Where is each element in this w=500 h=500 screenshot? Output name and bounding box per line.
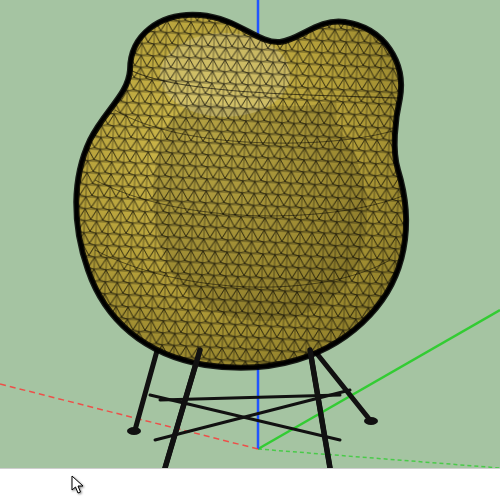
3d-viewport[interactable]	[0, 0, 500, 468]
svg-point-0	[127, 427, 141, 435]
status-bar	[0, 468, 500, 500]
app-root	[0, 0, 500, 500]
svg-point-1	[364, 417, 378, 425]
viewport-canvas[interactable]	[0, 0, 500, 468]
